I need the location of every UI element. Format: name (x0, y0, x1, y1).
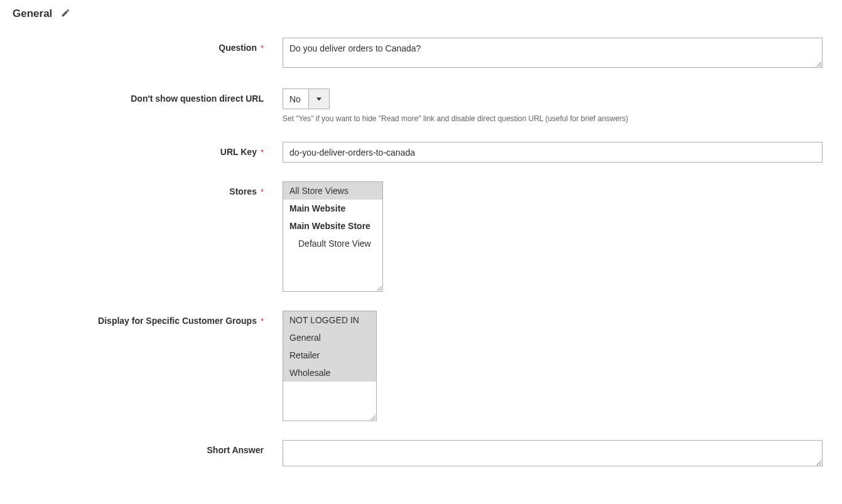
group-option-general[interactable]: General (283, 329, 376, 346)
label-hide-url: Don't show question direct URL (13, 88, 283, 104)
label-customer-groups: Display for Specific Customer Groups (13, 311, 283, 326)
label-url-key: URL Key (13, 142, 283, 157)
stores-option-main-store[interactable]: Main Website Store (283, 217, 382, 235)
url-key-input[interactable] (283, 142, 823, 163)
stores-option-all[interactable]: All Store Views (283, 182, 382, 200)
group-option-not-logged-in[interactable]: NOT LOGGED IN (283, 311, 376, 329)
label-short-answer: Short Answer (13, 440, 283, 455)
stores-multiselect[interactable]: All Store Views Main Website Main Websit… (283, 181, 383, 292)
field-row-hide-url: Don't show question direct URL No Set "Y… (13, 88, 829, 123)
label-stores: Stores (13, 181, 283, 196)
label-question: Question (13, 38, 283, 53)
field-row-customer-groups: Display for Specific Customer Groups NOT… (13, 311, 829, 421)
hide-url-value: No (283, 89, 308, 109)
stores-option-main-website[interactable]: Main Website (283, 200, 382, 217)
group-option-wholesale[interactable]: Wholesale (283, 364, 376, 382)
field-row-short-answer: Short Answer (13, 440, 829, 468)
field-row-url-key: URL Key (13, 142, 829, 163)
customer-groups-multiselect[interactable]: NOT LOGGED IN General Retailer Wholesale (283, 311, 377, 421)
hide-url-select[interactable]: No (283, 88, 330, 109)
edit-icon[interactable] (61, 8, 70, 19)
chevron-down-icon (308, 89, 329, 109)
section-header: General (13, 6, 829, 38)
question-input[interactable] (283, 38, 823, 68)
field-row-question: Question (13, 38, 829, 70)
field-row-stores: Stores All Store Views Main Website Main… (13, 181, 829, 292)
short-answer-input[interactable] (283, 440, 823, 466)
group-option-retailer[interactable]: Retailer (283, 346, 376, 364)
section-title: General (13, 8, 52, 20)
stores-option-default-view[interactable]: Default Store View (283, 235, 382, 252)
hide-url-note: Set "Yes" if you want to hide "Read more… (283, 114, 823, 123)
